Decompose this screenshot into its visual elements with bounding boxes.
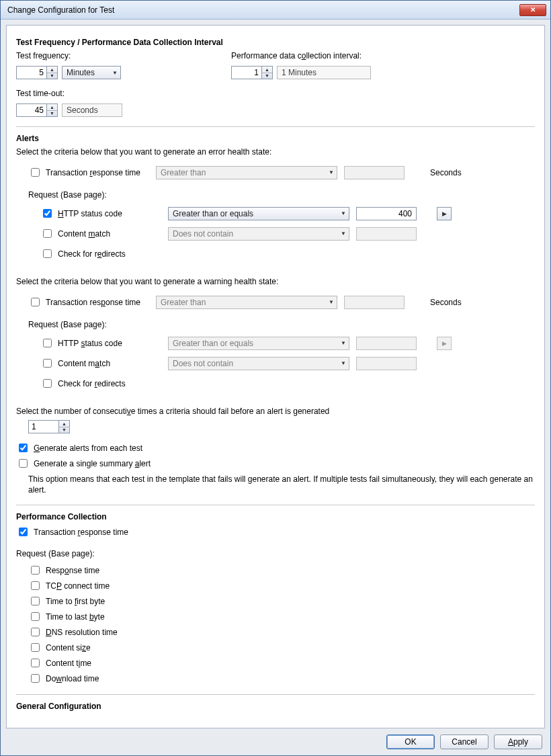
- perf-dl-check[interactable]: [31, 674, 40, 683]
- warn-trt-op-combo: Greater than ▼: [156, 296, 337, 309]
- cancel-button[interactable]: Cancel: [440, 734, 489, 749]
- error-content-op-combo: Does not contain ▼: [168, 227, 349, 241]
- perf-ttlb-checkbox[interactable]: Time to last byte: [28, 610, 535, 623]
- error-request-label: Request (Base page):: [28, 190, 107, 200]
- warn-http-checkbox[interactable]: HTTP status code: [40, 337, 161, 349]
- content-area: Test Frequency / Performance Data Collec…: [6, 25, 545, 728]
- timeout-spinner[interactable]: ▲▼: [16, 103, 58, 117]
- warn-redirect-checkbox[interactable]: Check for redirects: [40, 377, 161, 390]
- perf-dns-check[interactable]: [31, 628, 40, 636]
- perf-tcp-check[interactable]: [31, 581, 40, 590]
- test-frequency-label: Test frequency:: [16, 51, 71, 60]
- warn-content-op-combo: Does not contain ▼: [168, 357, 349, 370]
- scroll-pane[interactable]: Test Frequency / Performance Data Collec…: [7, 26, 544, 728]
- perf-csize-checkbox[interactable]: Content size: [28, 641, 535, 654]
- spinner-up-icon[interactable]: ▲: [47, 104, 57, 111]
- perf-response-checkbox[interactable]: Response time: [28, 564, 535, 577]
- perf-ttfb-check[interactable]: [31, 597, 40, 605]
- test-frequency-unit-text: Minutes: [67, 68, 108, 77]
- timeout-label: Test time-out:: [16, 89, 65, 98]
- consecutive-spinner[interactable]: ▲▼: [28, 420, 70, 433]
- interval-input[interactable]: [232, 67, 261, 79]
- spinner-down-icon[interactable]: ▼: [262, 73, 272, 79]
- combo-text: Greater than: [161, 168, 325, 177]
- combo-text: Does not contain: [173, 359, 337, 368]
- dialog-window: Change Configuration for Test ✕ Test Fre…: [0, 0, 551, 756]
- perf-response-check[interactable]: [31, 566, 40, 575]
- spinner-down-icon[interactable]: ▼: [47, 111, 57, 117]
- section-alerts-title: Alerts: [16, 134, 535, 143]
- error-content-label: Content match: [58, 229, 110, 239]
- error-redirect-check[interactable]: [43, 249, 52, 258]
- error-http-op-combo[interactable]: Greater than or equals ▼: [168, 207, 349, 220]
- close-button[interactable]: ✕: [519, 4, 546, 16]
- spinner-up-icon[interactable]: ▲: [59, 421, 69, 427]
- error-http-check[interactable]: [43, 209, 52, 218]
- perf-dl-checkbox[interactable]: Download time: [28, 672, 535, 685]
- spinner-down-icon[interactable]: ▼: [47, 73, 57, 79]
- chevron-down-icon: ▼: [341, 230, 346, 237]
- warn-redirect-check[interactable]: [43, 379, 52, 388]
- interval-spinner[interactable]: ▲▼: [231, 66, 273, 79]
- spinner-up-icon[interactable]: ▲: [262, 67, 272, 73]
- error-http-play-button[interactable]: ▶: [437, 207, 452, 220]
- consecutive-input[interactable]: [29, 421, 58, 433]
- perf-request-label: Request (Base page):: [16, 549, 95, 558]
- perf-dl-label: Download time: [46, 674, 99, 683]
- warn-content-checkbox[interactable]: Content match: [40, 357, 161, 370]
- gen-single-check[interactable]: [19, 459, 28, 468]
- timeout-input[interactable]: [17, 104, 46, 116]
- alerts-warning-intro: Select the criteria below that you want …: [16, 277, 278, 286]
- perf-ttfb-checkbox[interactable]: Time to first byte: [28, 595, 535, 607]
- perf-trt-checkbox[interactable]: Transaction response time: [16, 526, 535, 538]
- warn-content-label: Content match: [58, 359, 110, 368]
- combo-text: Greater than or equals: [173, 209, 337, 218]
- gen-each-check[interactable]: [19, 444, 28, 452]
- spinner-down-icon[interactable]: ▼: [59, 427, 69, 433]
- perf-ttlb-check[interactable]: [31, 612, 40, 621]
- warn-redirect-label: Check for redirects: [58, 379, 126, 388]
- perf-csize-label: Content size: [46, 643, 91, 653]
- warn-content-check[interactable]: [43, 359, 52, 368]
- spinner-up-icon[interactable]: ▲: [47, 67, 57, 73]
- gen-each-label: Generate alerts from each test: [34, 444, 142, 453]
- error-http-checkbox[interactable]: HTTP status code: [40, 207, 161, 220]
- chevron-down-icon: ▼: [341, 360, 346, 366]
- warn-trt-value: [344, 296, 405, 309]
- test-frequency-spinner[interactable]: ▲▼: [16, 66, 58, 79]
- seconds-label: Seconds: [430, 168, 535, 177]
- perf-ttfb-label: Time to first byte: [46, 597, 105, 606]
- gen-single-checkbox[interactable]: Generate a single summary alert: [16, 457, 535, 470]
- chevron-down-icon: ▼: [341, 210, 346, 216]
- perf-trt-check[interactable]: [19, 528, 28, 536]
- apply-button[interactable]: Apply: [494, 734, 542, 749]
- error-trt-check[interactable]: [31, 168, 40, 177]
- warn-trt-check[interactable]: [31, 298, 40, 306]
- warn-http-op-combo: Greater than or equals ▼: [168, 337, 349, 350]
- warn-trt-checkbox[interactable]: Transaction response time: [28, 296, 149, 308]
- perf-tcp-checkbox[interactable]: TCP connect time: [28, 579, 535, 592]
- error-content-checkbox[interactable]: Content match: [40, 227, 161, 240]
- section-perf-title: Performance Collection: [16, 512, 535, 521]
- divider: [16, 694, 535, 695]
- error-trt-value: [344, 166, 405, 179]
- error-redirect-checkbox[interactable]: Check for redirects: [40, 247, 161, 260]
- test-frequency-input[interactable]: [17, 67, 46, 79]
- perf-ctime-checkbox[interactable]: Content time: [28, 657, 535, 669]
- perf-dns-checkbox[interactable]: DNS resolution time: [28, 626, 535, 638]
- error-trt-checkbox[interactable]: Transaction response time: [28, 166, 149, 179]
- perf-ctime-check[interactable]: [31, 659, 40, 667]
- warn-http-check[interactable]: [43, 339, 52, 347]
- error-trt-op-combo: Greater than ▼: [156, 166, 337, 179]
- chevron-down-icon: ▼: [341, 340, 346, 346]
- chevron-down-icon: ▼: [329, 299, 334, 305]
- gen-each-checkbox[interactable]: Generate alerts from each test: [16, 442, 535, 454]
- error-http-value[interactable]: [356, 207, 417, 220]
- ok-button[interactable]: OK: [386, 734, 435, 749]
- perf-tcp-label: TCP connect time: [46, 581, 110, 591]
- divider: [16, 126, 535, 127]
- interval-display: 1 Minutes: [277, 66, 371, 79]
- test-frequency-unit-combo[interactable]: Minutes ▼: [62, 66, 121, 79]
- error-content-check[interactable]: [43, 229, 52, 238]
- perf-csize-check[interactable]: [31, 643, 40, 652]
